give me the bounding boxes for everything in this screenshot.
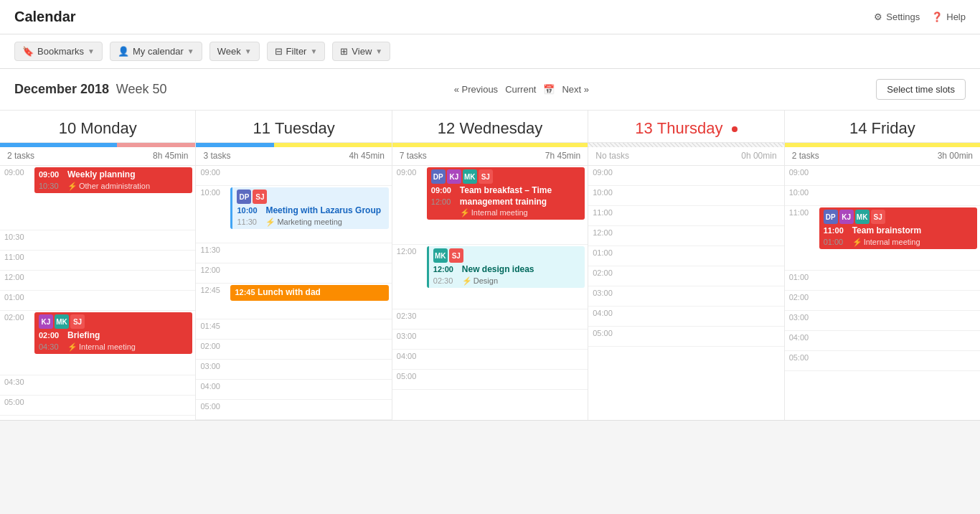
time-label: 09:00 xyxy=(392,166,424,244)
time-label: 09:00 xyxy=(0,166,32,230)
event-meeting-lazarus[interactable]: DP SJ 10:00 11:30 Meeting with Lazarus G… xyxy=(230,187,388,229)
next-button[interactable]: Next » xyxy=(562,84,589,95)
slot-content[interactable]: DP KJ MK SJ 09:00 12:00 xyxy=(424,166,588,244)
view-icon: ⊞ xyxy=(340,46,348,57)
day-stats-friday: 2 tasks 3h 00min xyxy=(785,147,980,166)
time-label: 04:00 xyxy=(392,350,424,369)
time-label: 10:30 xyxy=(0,230,32,250)
select-time-slots-button[interactable]: Select time slots xyxy=(876,79,966,100)
time-slot: 09:00 DP KJ MK SJ 09:00 xyxy=(392,166,588,245)
slot-content[interactable]: 12:45 Lunch with dad xyxy=(227,284,391,319)
time-label: 02:00 xyxy=(785,291,816,310)
days-grid: 10 Monday 2 tasks 8h 45min 09:00 09:00 xyxy=(0,111,980,421)
event-weekly-planning[interactable]: 09:00 10:30 Weekly planning ⚡Other admin… xyxy=(34,167,192,193)
time-slot: 04:00 xyxy=(392,350,588,370)
slot-content[interactable]: KJ MK SJ 02:00 04:30 Briefing xyxy=(32,311,195,375)
my-calendar-button[interactable]: 👤 My calendar ▼ xyxy=(110,42,202,61)
time-label: 03:00 xyxy=(785,311,816,330)
current-button[interactable]: Current xyxy=(505,84,536,95)
time-label: 03:00 xyxy=(392,330,424,349)
avatar-sj: SJ xyxy=(871,210,885,224)
time-label: 05:00 xyxy=(588,327,620,346)
event-team-brainstorm[interactable]: DP KJ MK SJ 11:00 01:00 xyxy=(819,207,977,249)
calendar-icon: 📅 xyxy=(543,84,555,95)
time-slots-thursday: 09:00 10:00 11:00 12:00 01:00 02:00 03:0… xyxy=(588,166,783,347)
chevron-down-icon: ▼ xyxy=(375,47,382,55)
filter-button[interactable]: ⊟ Filter ▼ xyxy=(267,42,326,61)
time-label: 10:00 xyxy=(588,186,620,205)
time-slot: 12:00 MK SJ 12:00 02:30 xyxy=(392,245,588,309)
time-label: 01:00 xyxy=(785,271,816,290)
time-slot: 09:00 xyxy=(588,166,783,186)
day-stats-wednesday: 7 tasks 7h 45min xyxy=(392,147,588,166)
slot-content[interactable]: 09:00 10:30 Weekly planning ⚡Other admin… xyxy=(32,166,195,230)
time-slot: 12:00 xyxy=(0,271,195,291)
view-button[interactable]: ⊞ View ▼ xyxy=(332,42,390,61)
time-slots-monday: 09:00 09:00 10:30 Weekly planning ⚡Oth xyxy=(0,166,195,416)
nav-controls: « Previous Current 📅 Next » xyxy=(454,84,589,95)
time-slot: 11:00 DP KJ MK SJ 11:00 xyxy=(785,206,980,271)
time-label: 05:00 xyxy=(392,370,424,389)
day-header-monday: 10 Monday xyxy=(0,111,195,143)
event-briefing[interactable]: KJ MK SJ 02:00 04:30 Briefing xyxy=(34,312,192,354)
time-label: 02:30 xyxy=(392,309,424,329)
event-lunch-dad[interactable]: 12:45 Lunch with dad xyxy=(230,285,388,301)
prev-button[interactable]: « Previous xyxy=(454,84,498,95)
app-header: Calendar ⚙ Settings ❓ Help xyxy=(0,0,980,34)
app-title: Calendar xyxy=(14,9,76,25)
day-col-thursday: 13 Thursday No tasks 0h 00min 09:00 10:0… xyxy=(588,111,784,420)
day-stats-monday: 2 tasks 8h 45min xyxy=(0,147,195,166)
time-label: 04:00 xyxy=(196,380,227,399)
person-icon: 👤 xyxy=(118,46,129,57)
time-slots-friday: 09:00 10:00 11:00 DP KJ MK SJ xyxy=(785,166,980,371)
time-slot: 10:00 xyxy=(588,186,783,206)
time-label: 03:00 xyxy=(588,286,620,306)
time-label: 04:30 xyxy=(0,375,32,395)
time-slot: 04:00 xyxy=(196,380,391,400)
event-new-design-ideas[interactable]: MK SJ 12:00 02:30 New design ideas xyxy=(427,246,585,288)
time-slot: 01:00 xyxy=(0,291,195,311)
time-label: 12:45 xyxy=(196,284,227,319)
time-slot: 03:00 xyxy=(392,330,588,350)
avatar-kj: KJ xyxy=(39,314,53,329)
avatar-sj: SJ xyxy=(70,314,85,329)
avatar-sj: SJ xyxy=(449,248,463,263)
day-header-wednesday: 12 Wednesday xyxy=(392,111,588,143)
avatar-mk: MK xyxy=(463,169,477,184)
settings-button[interactable]: ⚙ Settings xyxy=(874,11,920,22)
chevron-down-icon: ▼ xyxy=(187,47,194,55)
calendar-nav: December 2018 Week 50 « Previous Current… xyxy=(0,69,980,111)
time-label: 02:00 xyxy=(0,311,32,375)
time-label: 04:00 xyxy=(785,331,816,350)
day-col-tuesday: 11 Tuesday 3 tasks 4h 45min 09:00 10:00 … xyxy=(196,111,392,420)
time-label: 10:00 xyxy=(196,186,227,243)
avatar-mk: MK xyxy=(855,210,870,224)
avatar-dp: DP xyxy=(431,169,446,184)
day-col-wednesday: 12 Wednesday 7 tasks 7h 45min 09:00 DP K… xyxy=(392,111,588,420)
slot-content[interactable]: DP SJ 10:00 11:30 Meeting with Lazarus G… xyxy=(227,186,391,243)
avatar-mk: MK xyxy=(433,248,448,263)
slot-content[interactable]: MK SJ 12:00 02:30 New design ideas xyxy=(424,245,588,309)
avatar-kj: KJ xyxy=(447,169,461,184)
slot-content[interactable]: DP KJ MK SJ 11:00 01:00 xyxy=(816,206,980,270)
chevron-down-icon: ▼ xyxy=(310,47,317,55)
toolbar: 🔖 Bookmarks ▼ 👤 My calendar ▼ Week ▼ ⊟ F… xyxy=(0,34,980,69)
avatar-dp: DP xyxy=(237,190,251,204)
time-slot: 05:00 xyxy=(392,370,588,390)
time-slot: 02:30 xyxy=(392,309,588,330)
help-button[interactable]: ❓ Help xyxy=(931,11,966,22)
time-slot: 09:00 09:00 10:30 Weekly planning ⚡Oth xyxy=(0,166,195,230)
week-button[interactable]: Week ▼ xyxy=(209,42,260,61)
calendar-icon-button[interactable]: 📅 xyxy=(543,84,555,95)
help-icon: ❓ xyxy=(931,11,943,22)
event-team-breakfast[interactable]: DP KJ MK SJ 09:00 12:00 xyxy=(427,167,585,220)
time-slot: 10:00 xyxy=(785,186,980,206)
bookmark-icon: 🔖 xyxy=(22,46,34,57)
time-label: 12:00 xyxy=(392,245,424,309)
time-label: 12:00 xyxy=(588,226,620,246)
today-dot xyxy=(732,126,738,132)
bookmarks-button[interactable]: 🔖 Bookmarks ▼ xyxy=(14,42,103,61)
time-label: 11:30 xyxy=(196,243,227,263)
time-slot: 11:00 xyxy=(0,251,195,271)
time-slot: 04:00 xyxy=(588,307,783,327)
